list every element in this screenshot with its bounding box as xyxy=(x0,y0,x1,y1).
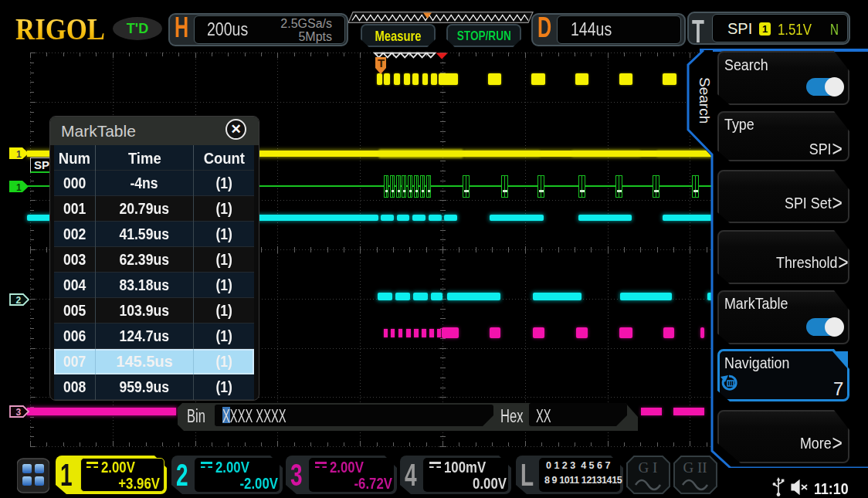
svg-text:2: 2 xyxy=(16,295,22,306)
svg-text:G II: G II xyxy=(683,459,707,476)
svg-text:3: 3 xyxy=(16,407,22,418)
svg-text:1: 1 xyxy=(16,149,22,160)
svg-text:1: 1 xyxy=(16,182,22,193)
svg-text:G I: G I xyxy=(639,459,658,476)
